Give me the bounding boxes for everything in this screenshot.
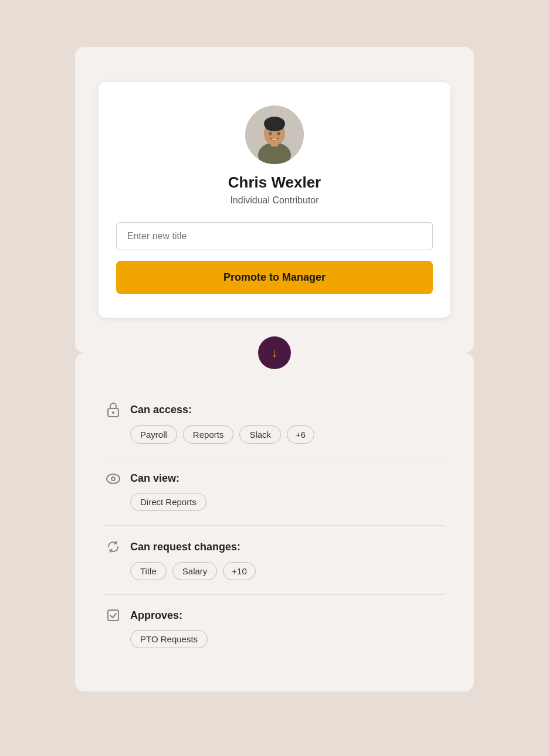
permission-section-access: Can access: Payroll Reports Slack +6: [104, 388, 445, 458]
tag-salary: Salary: [172, 562, 218, 580]
svg-point-6: [269, 132, 272, 135]
permission-section-view: Can view: Direct Reports: [104, 458, 445, 526]
new-title-input[interactable]: [116, 222, 433, 250]
arrow-connector: ↓: [258, 336, 291, 369]
eye-icon: [104, 474, 122, 484]
arrow-down-icon: ↓: [272, 346, 278, 359]
tag-reports: Reports: [183, 425, 234, 444]
tag-more-request: +10: [223, 562, 255, 580]
can-access-tags: Payroll Reports Slack +6: [104, 425, 445, 444]
svg-point-7: [277, 132, 280, 135]
permission-header-view: Can view:: [104, 472, 445, 485]
svg-point-10: [107, 474, 120, 483]
top-card-container: Chris Wexler Individual Contributor Prom…: [75, 47, 474, 353]
can-view-tags: Direct Reports: [104, 493, 445, 511]
approves-tags: PTO Requests: [104, 630, 445, 648]
person-role: Individual Contributor: [230, 195, 318, 206]
svg-point-12: [112, 477, 113, 478]
person-name: Chris Wexler: [228, 173, 321, 192]
bottom-card-container: Can access: Payroll Reports Slack +6: [75, 353, 474, 692]
tag-direct-reports: Direct Reports: [130, 493, 206, 511]
tag-pto-requests: PTO Requests: [130, 630, 208, 648]
approves-label: Approves:: [130, 609, 182, 622]
can-view-label: Can view:: [130, 472, 179, 485]
avatar: [245, 105, 304, 164]
permission-section-approves: Approves: PTO Requests: [104, 595, 445, 662]
svg-rect-13: [108, 610, 118, 621]
can-request-tags: Title Salary +10: [104, 562, 445, 580]
page-wrapper: Chris Wexler Individual Contributor Prom…: [75, 47, 474, 692]
refresh-icon: [104, 540, 122, 554]
tag-slack: Slack: [239, 425, 281, 444]
inner-card: Chris Wexler Individual Contributor Prom…: [99, 82, 450, 318]
tag-more-access: +6: [287, 425, 314, 444]
can-request-label: Can request changes:: [130, 541, 240, 553]
lock-icon: [104, 402, 122, 417]
can-access-label: Can access:: [130, 404, 192, 416]
permission-header-access: Can access:: [104, 402, 445, 417]
checkbox-icon: [104, 609, 122, 622]
tag-title: Title: [130, 562, 167, 580]
promote-button[interactable]: Promote to Manager: [116, 261, 433, 294]
permission-header-request: Can request changes:: [104, 540, 445, 554]
permission-section-request: Can request changes: Title Salary +10: [104, 526, 445, 595]
svg-point-9: [112, 411, 114, 414]
svg-point-5: [265, 122, 284, 131]
permission-header-approves: Approves:: [104, 609, 445, 622]
tag-payroll: Payroll: [130, 425, 177, 444]
